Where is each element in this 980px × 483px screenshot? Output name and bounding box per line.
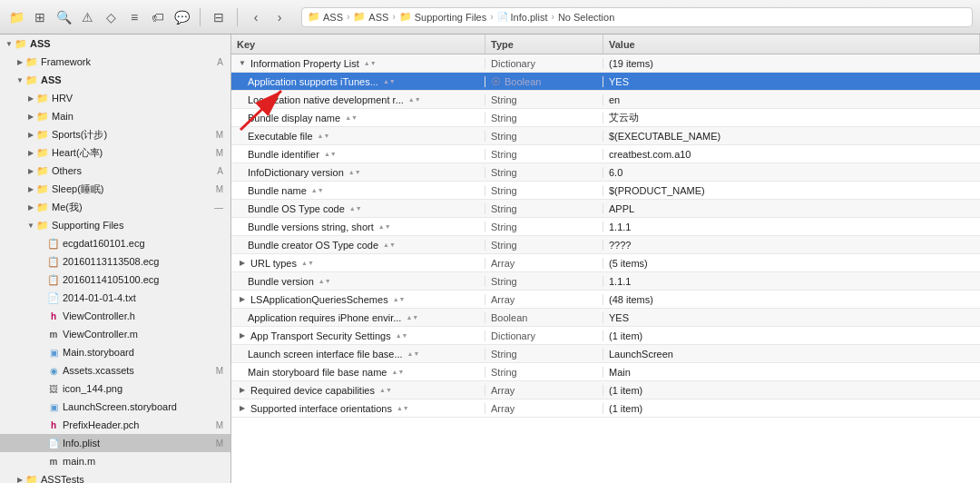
sidebar-item-others[interactable]: 📁 Others A	[0, 162, 230, 180]
row-disclosure[interactable]	[237, 258, 248, 269]
disclosure-icon[interactable]	[25, 93, 36, 104]
search-icon[interactable]: 🔍	[54, 8, 73, 26]
folder-icon[interactable]: 📁	[7, 8, 25, 26]
badge: M	[216, 420, 227, 430]
sidebar-item-ecg3[interactable]: 📋 20160114105100.ecg	[0, 271, 230, 289]
disclosure-icon[interactable]	[15, 56, 25, 67]
sort-arrows[interactable]: ▲▼	[348, 169, 361, 175]
table-row[interactable]: URL types ▲▼ Array (5 items)	[231, 254, 980, 272]
disclosure-icon[interactable]	[25, 165, 36, 176]
nav-forward-button[interactable]: ›	[270, 8, 289, 26]
disclosure-icon[interactable]	[25, 147, 36, 158]
breadcrumb-supporting[interactable]: 📁 Supporting Files	[399, 11, 487, 23]
tag-icon[interactable]: 🏷	[149, 8, 167, 26]
disclosure-icon[interactable]	[25, 183, 36, 194]
table-row[interactable]: Bundle creator OS Type code ▲▼ String ??…	[231, 236, 980, 254]
sort-arrows[interactable]: ▲▼	[408, 96, 421, 103]
sort-arrows[interactable]: ▲▼	[318, 278, 331, 284]
sidebar-item-info-plist[interactable]: 📄 Info.plist M	[0, 434, 230, 452]
sidebar-item-supporting-files[interactable]: 📁 Supporting Files	[0, 216, 230, 234]
table-row[interactable]: Bundle display name ▲▼ String 艾云动	[231, 109, 980, 127]
sort-arrows[interactable]: ▲▼	[407, 350, 420, 357]
sidebar-item-asstests[interactable]: 📁 ASSTests	[0, 470, 230, 483]
sidebar-item-viewcontroller-h[interactable]: h ViewController.h	[0, 307, 230, 325]
sort-arrows[interactable]: ▲▼	[396, 332, 408, 339]
sort-arrows[interactable]: ▲▼	[391, 369, 404, 375]
breadcrumb-ass1[interactable]: 📁 ASS	[308, 11, 343, 23]
disclosure-icon[interactable]	[4, 38, 15, 49]
sidebar-item-sleep[interactable]: 📁 Sleep(睡眠) M	[0, 180, 230, 198]
row-disclosure[interactable]	[237, 58, 248, 69]
table-row[interactable]: Bundle OS Type code ▲▼ String APPL	[231, 200, 980, 218]
disclosure-icon[interactable]	[25, 220, 36, 231]
disclosure-icon[interactable]	[25, 111, 36, 122]
table-row[interactable]: Required device capabilities ▲▼ Array (1…	[231, 381, 980, 399]
table-row[interactable]: Supported interface orientations ▲▼ Arra…	[231, 399, 980, 418]
sidebar-item-framework[interactable]: 📁 Framework A	[0, 53, 230, 71]
disclosure-icon[interactable]	[25, 202, 36, 212]
sidebar-item-txt1[interactable]: 📄 2014-01-01-4.txt	[0, 289, 230, 307]
sidebar-item-assets[interactable]: ◉ Assets.xcassets M	[0, 361, 230, 380]
table-row[interactable]: Bundle identifier ▲▼ String creatbest.co…	[231, 145, 980, 163]
sidebar-item-main-storyboard[interactable]: ▣ Main.storyboard	[0, 343, 230, 361]
nav-back-button[interactable]: ‹	[247, 8, 265, 26]
sidebar-item-prefix-h[interactable]: h PrefixHeader.pch M	[0, 416, 230, 434]
sidebar-item-ecg1[interactable]: 📋 ecgdat160101.ecg	[0, 234, 230, 252]
sort-arrows[interactable]: ▲▼	[397, 405, 409, 411]
sort-arrows[interactable]: ▲▼	[379, 387, 392, 393]
row-disclosure[interactable]	[237, 294, 248, 305]
table-row[interactable]: Localization native development r... ▲▼ …	[231, 91, 980, 109]
warning-icon[interactable]: ⚠	[78, 8, 96, 26]
sidebar-item-ass-root[interactable]: 📁 ASS	[0, 34, 230, 53]
sort-arrows[interactable]: ▲▼	[364, 60, 377, 66]
breadcrumb-ass2[interactable]: 📁 ASS	[353, 11, 388, 23]
table-row[interactable]: LSApplicationQueriesSchemes ▲▼ Array (48…	[231, 291, 980, 309]
sort-arrows[interactable]: ▲▼	[324, 151, 337, 157]
list-icon[interactable]: ≡	[125, 8, 143, 26]
sidebar-item-heart[interactable]: 📁 Heart(心率) M	[0, 143, 230, 162]
disclosure-icon[interactable]	[15, 74, 25, 85]
table-row[interactable]: App Transport Security Settings ▲▼ Dicti…	[231, 327, 980, 345]
sidebar-item-main-m[interactable]: m main.m	[0, 452, 230, 470]
sort-arrows[interactable]: ▲▼	[311, 187, 324, 193]
grid-icon[interactable]: ⊞	[31, 8, 49, 26]
breadcrumb-infoplist[interactable]: 📄 Info.plist	[497, 12, 548, 23]
sort-arrows[interactable]: ▲▼	[378, 223, 391, 230]
sidebar-item-sports[interactable]: 📁 Sports(计步) M	[0, 125, 230, 143]
table-row[interactable]: Information Property List ▲▼ Dictionary …	[231, 54, 980, 73]
sidebar-item-hrv[interactable]: 📁 HRV	[0, 89, 230, 107]
sidebar-item-ecg2[interactable]: 📋 20160113113508.ecg	[0, 252, 230, 271]
table-row[interactable]: Executable file ▲▼ String $(EXECUTABLE_N…	[231, 127, 980, 145]
table-row[interactable]: Application supports iTunes... ▲▼ ⦿Boole…	[231, 73, 980, 91]
sidebar-item-icon-png[interactable]: 🖼 icon_144.png	[0, 380, 230, 398]
sidebar-item-launchscreen[interactable]: ▣ LaunchScreen.storyboard	[0, 398, 230, 416]
table-row[interactable]: Bundle version ▲▼ String 1.1.1	[231, 272, 980, 291]
sidebar-item-main[interactable]: 📁 Main	[0, 107, 230, 125]
table-row[interactable]: Application requires iPhone envir... ▲▼ …	[231, 309, 980, 327]
table-row[interactable]: Main storyboard file base name ▲▼ String…	[231, 363, 980, 381]
disclosure-icon[interactable]	[25, 129, 36, 140]
grid-view-icon[interactable]: ⊟	[210, 8, 228, 26]
disclosure-icon[interactable]	[15, 474, 25, 483]
row-disclosure[interactable]	[237, 403, 248, 414]
sort-arrows[interactable]: ▲▼	[345, 114, 358, 121]
table-row[interactable]: Launch screen interface file base... ▲▼ …	[231, 345, 980, 363]
sort-arrows[interactable]: ▲▼	[318, 133, 330, 139]
bubble-icon[interactable]: 💬	[172, 8, 191, 26]
table-row[interactable]: InfoDictionary version ▲▼ String 6.0	[231, 163, 980, 182]
sort-arrows[interactable]: ▲▼	[393, 296, 406, 302]
sort-arrows[interactable]: ▲▼	[406, 314, 418, 320]
diamond-icon[interactable]: ◇	[102, 8, 120, 26]
sidebar-item-me[interactable]: 📁 Me(我) —	[0, 198, 230, 216]
table-row[interactable]: Bundle versions string, short ▲▼ String …	[231, 218, 980, 236]
sort-arrows[interactable]: ▲▼	[301, 260, 314, 266]
sidebar-item-viewcontroller-m[interactable]: m ViewController.m	[0, 325, 230, 343]
row-disclosure[interactable]	[237, 330, 248, 341]
row-disclosure[interactable]	[237, 385, 248, 396]
sort-arrows[interactable]: ▲▼	[383, 242, 396, 248]
sort-arrows[interactable]: ▲▼	[383, 78, 396, 84]
badge: M	[216, 148, 227, 158]
table-row[interactable]: Bundle name ▲▼ String $(PRODUCT_NAME)	[231, 182, 980, 200]
sidebar-item-ass-sub[interactable]: 📁 ASS	[0, 71, 230, 89]
sort-arrows[interactable]: ▲▼	[349, 205, 362, 212]
